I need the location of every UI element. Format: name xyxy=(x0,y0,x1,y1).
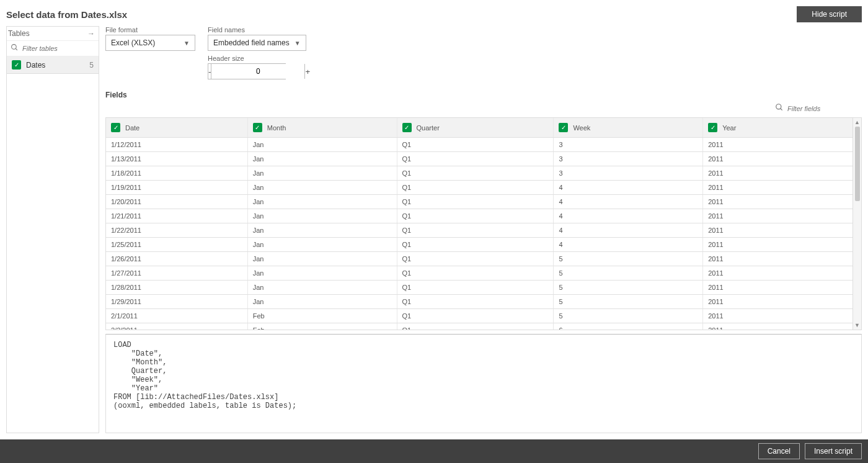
chevron-down-icon: ▼ xyxy=(294,40,301,47)
header-size-label: Header size xyxy=(208,55,306,62)
table-row[interactable]: 1/19/2011JanQ142011 xyxy=(106,181,852,195)
search-icon xyxy=(775,103,784,114)
filter-tables-input[interactable] xyxy=(22,45,95,52)
column-header-quarter[interactable]: ✓ Quarter xyxy=(397,118,554,137)
table-row[interactable]: 1/13/2011JanQ132011 xyxy=(106,152,852,166)
scroll-up-icon[interactable]: ▲ xyxy=(853,118,861,127)
script-preview[interactable]: LOAD "Date", "Month", Quarter, "Week", "… xyxy=(105,334,862,433)
checkbox-icon[interactable]: ✓ xyxy=(708,123,717,132)
checkbox-icon[interactable]: ✓ xyxy=(402,123,412,132)
cell-week: 3 xyxy=(554,166,703,180)
cell-date: 1/18/2011 xyxy=(106,166,248,180)
header-size-plus-button[interactable]: + xyxy=(304,64,310,79)
cell-week: 3 xyxy=(554,138,703,151)
column-label: Quarter xyxy=(417,124,440,132)
scrollbar[interactable]: ▲ ▼ xyxy=(852,118,861,330)
checkbox-icon[interactable]: ✓ xyxy=(253,123,262,132)
cell-date: 2/2/2011 xyxy=(106,323,248,330)
cell-date: 1/19/2011 xyxy=(106,181,248,194)
table-row[interactable]: 1/28/2011JanQ152011 xyxy=(106,281,852,295)
column-label: Date xyxy=(125,124,140,132)
svg-line-1 xyxy=(16,48,17,50)
header-size-input[interactable] xyxy=(211,64,304,79)
cell-quarter: Q1 xyxy=(397,238,554,251)
column-header-date[interactable]: ✓ Date xyxy=(106,118,248,137)
table-row[interactable]: 1/12/2011JanQ132011 xyxy=(106,138,852,152)
cell-month: Jan xyxy=(248,209,397,223)
cell-quarter: Q1 xyxy=(397,195,554,209)
cancel-button[interactable]: Cancel xyxy=(758,443,800,459)
cell-month: Jan xyxy=(248,281,397,294)
search-icon xyxy=(11,43,19,53)
cell-quarter: Q1 xyxy=(397,138,554,151)
cell-week: 5 xyxy=(554,295,703,308)
table-row[interactable]: 1/25/2011JanQ142011 xyxy=(106,238,852,252)
table-row[interactable]: 1/22/2011JanQ142011 xyxy=(106,223,852,238)
fields-label: Fields xyxy=(105,91,862,99)
cell-year: 2011 xyxy=(703,138,852,151)
svg-point-0 xyxy=(12,45,17,50)
svg-line-3 xyxy=(781,109,782,110)
insert-script-button[interactable]: Insert script xyxy=(805,443,862,459)
filter-fields-input[interactable] xyxy=(787,105,843,112)
cell-month: Jan xyxy=(248,295,397,308)
column-label: Week xyxy=(573,124,590,132)
cell-year: 2011 xyxy=(703,195,852,209)
checkbox-icon[interactable]: ✓ xyxy=(12,60,21,70)
table-row[interactable]: 1/26/2011JanQ152011 xyxy=(106,252,852,266)
cell-week: 5 xyxy=(554,266,703,280)
cell-month: Jan xyxy=(248,252,397,266)
column-header-week[interactable]: ✓ Week xyxy=(554,118,703,137)
column-header-month[interactable]: ✓ Month xyxy=(248,118,397,137)
cell-year: 2011 xyxy=(703,309,852,323)
filter-tables-row xyxy=(7,41,99,56)
cell-week: 3 xyxy=(554,152,703,166)
cell-week: 6 xyxy=(554,323,703,330)
cell-week: 4 xyxy=(554,223,703,237)
cell-quarter: Q1 xyxy=(397,309,554,323)
table-row[interactable]: 2/2/2011FebQ162011 xyxy=(106,323,852,330)
table-row[interactable]: 1/21/2011JanQ142011 xyxy=(106,209,852,223)
scroll-thumb[interactable] xyxy=(855,127,860,201)
arrow-right-icon[interactable]: → xyxy=(87,29,95,38)
cell-year: 2011 xyxy=(703,323,852,330)
hide-script-button[interactable]: Hide script xyxy=(797,6,862,22)
cell-month: Feb xyxy=(248,309,397,323)
cell-quarter: Q1 xyxy=(397,181,554,194)
table-item-count: 5 xyxy=(89,61,94,70)
cell-month: Jan xyxy=(248,266,397,280)
cell-week: 5 xyxy=(554,252,703,266)
checkbox-icon[interactable]: ✓ xyxy=(559,123,568,132)
cell-quarter: Q1 xyxy=(397,209,554,223)
cell-date: 1/28/2011 xyxy=(106,281,248,294)
scroll-down-icon[interactable]: ▼ xyxy=(853,321,861,330)
cell-year: 2011 xyxy=(703,295,852,308)
file-format-label: File format xyxy=(105,26,195,34)
cell-date: 1/27/2011 xyxy=(106,266,248,280)
file-format-value: Excel (XLSX) xyxy=(111,38,155,47)
checkbox-icon[interactable]: ✓ xyxy=(111,123,120,132)
header-size-stepper: - + xyxy=(208,63,286,79)
cell-month: Jan xyxy=(248,138,397,151)
cell-month: Feb xyxy=(248,323,397,330)
table-row[interactable]: 1/20/2011JanQ142011 xyxy=(106,195,852,209)
cell-quarter: Q1 xyxy=(397,223,554,237)
cell-week: 4 xyxy=(554,209,703,223)
cell-quarter: Q1 xyxy=(397,166,554,180)
table-row[interactable]: 1/29/2011JanQ152011 xyxy=(106,295,852,309)
cell-date: 1/29/2011 xyxy=(106,295,248,308)
cell-week: 4 xyxy=(554,181,703,194)
file-format-select[interactable]: Excel (XLSX) ▼ xyxy=(105,35,195,51)
cell-quarter: Q1 xyxy=(397,152,554,166)
table-row[interactable]: 1/27/2011JanQ152011 xyxy=(106,266,852,281)
table-item-dates[interactable]: ✓ Dates 5 xyxy=(7,56,99,74)
table-row[interactable]: 1/18/2011JanQ132011 xyxy=(106,166,852,181)
cell-month: Jan xyxy=(248,152,397,166)
field-names-label: Field names xyxy=(208,26,306,34)
column-header-year[interactable]: ✓ Year xyxy=(703,118,852,137)
table-row[interactable]: 2/1/2011FebQ152011 xyxy=(106,309,852,323)
cell-year: 2011 xyxy=(703,152,852,166)
cell-month: Jan xyxy=(248,166,397,180)
cell-quarter: Q1 xyxy=(397,281,554,294)
field-names-select[interactable]: Embedded field names ▼ xyxy=(208,35,306,51)
